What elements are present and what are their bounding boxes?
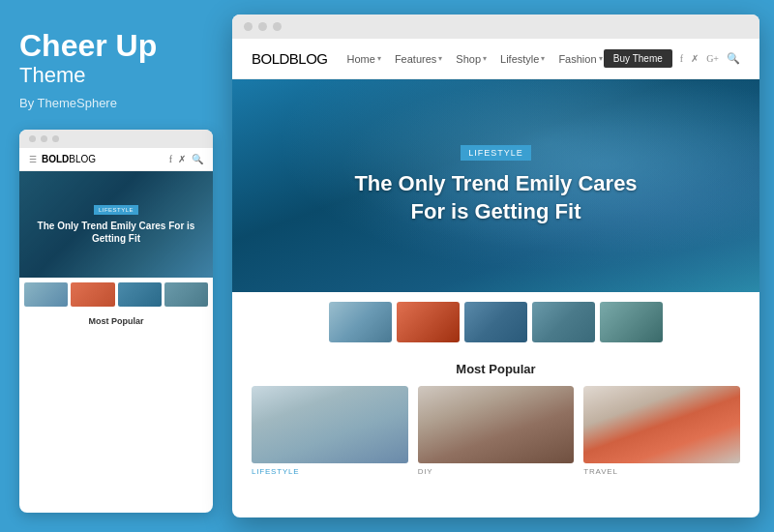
mini-thumb-4 <box>164 282 208 307</box>
popular-section-title: Most Popular <box>252 362 740 376</box>
thumbnail-strip <box>232 292 759 352</box>
chevron-down-icon: ▾ <box>541 54 545 63</box>
browser-dot-1 <box>244 22 253 31</box>
popular-card-tag-3: TRAVEL <box>583 467 740 476</box>
mini-hero: LIFESTYLE The Only Trend Emily Cares For… <box>19 171 213 278</box>
hero-content: LIFESTYLE The Only Trend Emily Cares For… <box>232 79 759 292</box>
popular-card-3[interactable]: TRAVEL <box>583 386 740 476</box>
mini-thumbnails <box>19 278 213 311</box>
mini-browser-mockup: ☰ BOLDBLOG f ✗ 🔍 LIFESTYLE The Only Tren… <box>19 130 213 513</box>
search-icon[interactable]: 🔍 <box>727 52 740 65</box>
mini-thumb-3 <box>118 282 162 307</box>
theme-title: Cheer Up Theme <box>19 29 213 88</box>
main-navigation: BOLDBLOG Home ▾ Features ▾ Shop ▾ Lifest… <box>232 39 759 79</box>
mini-dot-2 <box>41 135 47 142</box>
title-line1: Cheer Up <box>19 29 213 63</box>
popular-section: Most Popular LIFESTYLE DIY TRAVEL <box>232 352 759 517</box>
mini-logo: BOLDBLOG <box>42 154 96 164</box>
hero-badge: LIFESTYLE <box>461 145 531 161</box>
mini-browser-bar <box>19 130 213 148</box>
nav-home[interactable]: Home ▾ <box>347 53 381 65</box>
popular-card-2[interactable]: DIY <box>418 386 575 476</box>
nav-shop[interactable]: Shop ▾ <box>456 53 487 65</box>
popular-grid: LIFESTYLE DIY TRAVEL <box>252 386 740 476</box>
mini-dot-1 <box>29 135 36 142</box>
nav-fashion[interactable]: Fashion ▾ <box>558 53 602 65</box>
mini-nav: ☰ BOLDBLOG f ✗ 🔍 <box>19 148 213 171</box>
popular-card-image-2 <box>418 386 575 463</box>
mini-thumb-2 <box>71 282 114 307</box>
browser-dot-2 <box>258 22 267 31</box>
chevron-down-icon: ▾ <box>438 54 442 63</box>
mini-thumb-1 <box>24 282 68 307</box>
mini-hero-title: The Only Trend Emily Cares For is Gettin… <box>27 220 205 245</box>
popular-card-1[interactable]: LIFESTYLE <box>252 386 408 476</box>
thumb-5[interactable] <box>600 302 663 342</box>
buy-theme-button[interactable]: Buy Theme <box>604 49 672 68</box>
popular-card-image-3 <box>583 386 740 463</box>
thumb-4[interactable] <box>532 302 595 342</box>
thumb-3[interactable] <box>464 302 527 342</box>
hero-title: The Only Trend Emily Cares For is Gettin… <box>351 170 641 225</box>
main-logo: BOLDBLOG <box>252 50 328 67</box>
mini-lifestyle-badge: LIFESTYLE <box>94 205 138 215</box>
nav-lifestyle[interactable]: Lifestyle ▾ <box>500 53 545 65</box>
main-browser: BOLDBLOG Home ▾ Features ▾ Shop ▾ Lifest… <box>232 15 759 517</box>
mini-popular-label: Most Popular <box>19 311 213 331</box>
nav-features[interactable]: Features ▾ <box>395 53 442 65</box>
theme-author: By ThemeSphere <box>19 96 213 110</box>
thumb-2[interactable] <box>397 302 460 342</box>
thumb-1[interactable] <box>329 302 392 342</box>
browser-bar <box>232 15 759 39</box>
nav-right-icons: Buy Theme f ✗ G+ 🔍 <box>604 49 740 68</box>
title-line2: Theme <box>19 63 213 88</box>
mini-nav-icons: f ✗ 🔍 <box>169 154 203 164</box>
left-panel: Cheer Up Theme By ThemeSphere ☰ BOLDBLOG… <box>0 0 232 532</box>
google-plus-icon[interactable]: G+ <box>706 53 719 64</box>
chevron-down-icon: ▾ <box>599 54 603 63</box>
mini-dot-3 <box>52 135 59 142</box>
chevron-down-icon: ▾ <box>483 54 487 63</box>
facebook-icon[interactable]: f <box>680 53 683 64</box>
popular-card-tag-2: DIY <box>418 467 575 476</box>
hero-section: LIFESTYLE The Only Trend Emily Cares For… <box>232 79 759 292</box>
twitter-icon[interactable]: ✗ <box>691 53 699 64</box>
popular-card-image-1 <box>252 386 408 463</box>
browser-dot-3 <box>273 22 282 31</box>
nav-items: Home ▾ Features ▾ Shop ▾ Lifestyle ▾ Fas… <box>347 53 604 65</box>
mini-hero-overlay: LIFESTYLE The Only Trend Emily Cares For… <box>19 171 213 278</box>
popular-card-tag-1: LIFESTYLE <box>252 467 408 476</box>
chevron-down-icon: ▾ <box>377 54 381 63</box>
